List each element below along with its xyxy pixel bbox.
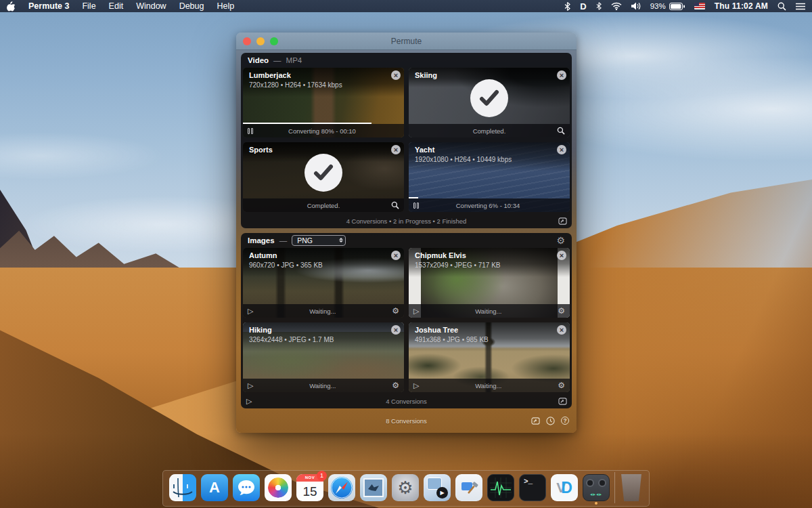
spotlight-search-icon[interactable] [777, 2, 786, 11]
dock-permute-icon[interactable]: ◂▸◂▸ [583, 474, 610, 501]
input-source-flag-icon[interactable] [694, 3, 705, 9]
conversion-card-autumn[interactable]: Autumn 960x720 • JPG • 365 KB × ▷ Waitin… [243, 248, 404, 318]
card-title: Skiing [415, 71, 564, 79]
apple-menu-icon[interactable] [7, 1, 16, 12]
dock-finder-icon[interactable] [169, 474, 196, 501]
bluetooth-device-icon[interactable] [564, 2, 570, 11]
volume-icon[interactable] [631, 2, 641, 10]
card-title: Chipmuk Elvis [415, 251, 564, 259]
start-play-icon[interactable]: ▷ [413, 308, 419, 315]
conversion-card-sports[interactable]: Sports × Completed. [243, 142, 404, 212]
card-title: Yacht [415, 146, 564, 154]
video-section-title: Video [248, 56, 269, 64]
dock-system-preferences-icon[interactable]: ⚙ [392, 474, 419, 501]
close-icon[interactable]: × [557, 251, 566, 260]
calendar-day-label: 15 [296, 482, 323, 501]
conversion-card-yacht[interactable]: Yacht 1920x1080 • H264 • 10449 kbps × Co… [409, 142, 570, 212]
close-window-button[interactable] [243, 37, 251, 45]
wifi-icon[interactable] [611, 2, 622, 10]
images-section-title: Images [248, 236, 275, 245]
menu-file[interactable]: File [82, 1, 95, 11]
dock-app-store-icon[interactable]: A [201, 474, 228, 501]
conversion-card-joshua-tree[interactable]: Joshua Tree 491x368 • JPG • 985 KB × ▷ W… [409, 322, 570, 392]
video-section-header: Video — MP4 [241, 53, 572, 67]
dock-separator [614, 472, 615, 503]
close-icon[interactable]: × [557, 325, 566, 335]
close-icon[interactable]: × [391, 70, 401, 80]
images-section: Images — PNG ⚙ Autumn 960x720 • JPG • 36… [241, 233, 572, 408]
close-icon[interactable]: × [391, 251, 401, 260]
format-popup-button[interactable]: PNG [292, 235, 346, 246]
conversion-card-hiking[interactable]: Hiking 3264x2448 • JPEG • 1.7 MB × ▷ Wai… [243, 322, 404, 392]
card-title: Lumberjack [249, 71, 398, 79]
completed-check-icon [304, 154, 342, 192]
dock-safari-icon[interactable] [328, 474, 355, 501]
card-subtitle: 720x1280 • H264 • 17634 kbps [249, 81, 398, 89]
dock-videoduke-icon[interactable]: V D [551, 474, 578, 501]
permute-window: Permute Video — MP4 Lumberjack 720x1280 … [236, 33, 577, 433]
total-conversions-summary: 8 Conversions [386, 417, 427, 425]
card-settings-gear-icon[interactable]: ⚙ [392, 381, 399, 389]
card-settings-gear-icon[interactable]: ⚙ [392, 307, 399, 315]
card-status: Completed. [256, 202, 391, 209]
bluetooth-icon[interactable] [596, 2, 602, 10]
dock-messages-icon[interactable] [233, 474, 260, 501]
dock-script-editor-icon[interactable]: ▶ [424, 474, 451, 501]
dock-xcode-icon[interactable] [455, 474, 482, 501]
card-status: Completed. [422, 127, 557, 135]
close-icon[interactable]: × [557, 145, 566, 154]
preview-magnifier-icon[interactable] [391, 201, 399, 209]
start-play-icon[interactable]: ▷ [248, 382, 253, 389]
dock-calendar-icon[interactable]: NOV 15 1 [296, 474, 323, 501]
history-clock-icon[interactable] [546, 417, 555, 425]
dock-terminal-icon[interactable]: >_ [519, 474, 546, 501]
menu-app-name[interactable]: Permute 3 [28, 1, 69, 11]
menu-debug[interactable]: Debug [179, 1, 204, 11]
close-icon[interactable]: × [391, 325, 401, 335]
conversion-card-lumberjack[interactable]: Lumberjack 720x1280 • H264 • 17634 kbps … [243, 68, 404, 137]
running-indicator [595, 502, 597, 505]
menu-help[interactable]: Help [217, 1, 234, 11]
dock-instruments-icon[interactable] [487, 474, 514, 501]
gear-icon: ⚙ [397, 479, 413, 496]
menu-window[interactable]: Window [136, 1, 166, 11]
card-settings-gear-icon[interactable]: ⚙ [558, 307, 565, 315]
d-app-menu-icon[interactable]: D [580, 1, 586, 12]
battery-indicator[interactable]: 93% [650, 2, 685, 10]
conversion-card-chipmuk-elvis[interactable]: Chipmuk Elvis 1537x2049 • JPEG • 717 KB … [409, 248, 570, 318]
notification-center-icon[interactable] [796, 3, 805, 10]
close-icon[interactable]: × [557, 70, 566, 80]
card-settings-gear-icon[interactable]: ⚙ [558, 381, 565, 389]
dock-trash-icon[interactable] [620, 474, 643, 501]
battery-percent-label: 93% [650, 2, 666, 10]
dock: A NOV 15 1 ⚙ ▶ >_ V D ◂▸◂▸ [162, 470, 650, 507]
preview-magnifier-icon[interactable] [557, 127, 565, 135]
card-title: Sports [249, 146, 398, 154]
start-play-icon[interactable]: ▷ [413, 382, 419, 389]
start-play-icon[interactable]: ▷ [248, 308, 253, 315]
menu-edit[interactable]: Edit [109, 1, 124, 11]
pause-icon[interactable] [413, 203, 419, 209]
pause-icon[interactable] [248, 128, 253, 134]
window-body: Video — MP4 Lumberjack 720x1280 • H264 •… [236, 50, 577, 433]
close-icon[interactable]: × [391, 145, 401, 154]
dock-mail-icon[interactable] [360, 474, 387, 501]
help-icon[interactable]: ? [561, 417, 569, 425]
card-status: Waiting... [253, 382, 392, 389]
battery-icon [669, 3, 685, 10]
convert-queue-icon[interactable] [558, 397, 567, 406]
convert-queue-icon[interactable] [531, 417, 540, 425]
images-section-footer: ▷ 4 Conversions [241, 394, 572, 408]
card-title: Hiking [249, 326, 398, 334]
window-titlebar[interactable]: Permute [236, 33, 577, 50]
start-all-play-icon[interactable]: ▷ [246, 398, 252, 405]
window-title: Permute [391, 37, 422, 46]
convert-queue-icon[interactable] [558, 217, 567, 226]
section-settings-gear-icon[interactable]: ⚙ [556, 236, 565, 245]
conversion-card-skiing[interactable]: Skiing × Completed. [409, 68, 570, 137]
dock-photos-icon[interactable] [265, 474, 292, 501]
minimize-window-button[interactable] [256, 37, 265, 45]
card-subtitle: 1920x1080 • H264 • 10449 kbps [415, 156, 564, 163]
menu-clock[interactable]: Thu 11:02 AM [715, 1, 768, 11]
zoom-window-button[interactable] [270, 37, 278, 45]
